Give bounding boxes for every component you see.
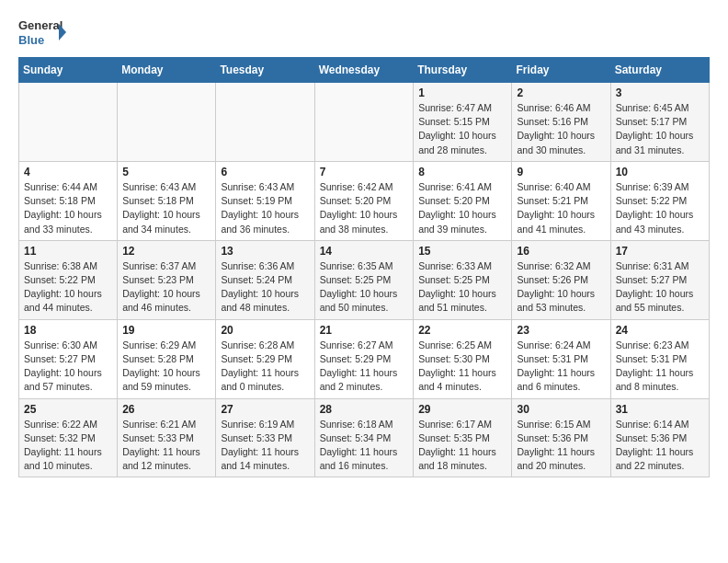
day-info: Sunrise: 6:23 AM Sunset: 5:31 PM Dayligh… (616, 339, 704, 395)
calendar-cell: 13Sunrise: 6:36 AM Sunset: 5:24 PM Dayli… (216, 240, 314, 319)
calendar-cell: 10Sunrise: 6:39 AM Sunset: 5:22 PM Dayli… (610, 161, 709, 240)
calendar-week-2: 4Sunrise: 6:44 AM Sunset: 5:18 PM Daylig… (19, 161, 710, 240)
day-info: Sunrise: 6:17 AM Sunset: 5:35 PM Dayligh… (418, 418, 506, 474)
calendar-week-4: 18Sunrise: 6:30 AM Sunset: 5:27 PM Dayli… (19, 319, 710, 398)
day-number: 21 (320, 324, 409, 337)
calendar-week-1: 1Sunrise: 6:47 AM Sunset: 5:15 PM Daylig… (19, 83, 710, 162)
calendar-cell (216, 83, 314, 162)
calendar-cell: 18Sunrise: 6:30 AM Sunset: 5:27 PM Dayli… (19, 319, 118, 398)
calendar-cell: 3Sunrise: 6:45 AM Sunset: 5:17 PM Daylig… (610, 83, 709, 162)
weekday-header-saturday: Saturday (610, 58, 709, 83)
day-number: 3 (616, 86, 704, 99)
day-number: 18 (24, 324, 112, 337)
day-info: Sunrise: 6:43 AM Sunset: 5:19 PM Dayligh… (221, 180, 309, 236)
day-number: 12 (122, 245, 210, 258)
day-info: Sunrise: 6:38 AM Sunset: 5:22 PM Dayligh… (24, 259, 112, 316)
logo-svg: General Blue (18, 15, 66, 50)
day-number: 20 (221, 324, 309, 337)
calendar-cell: 24Sunrise: 6:23 AM Sunset: 5:31 PM Dayli… (610, 319, 709, 398)
day-number: 25 (24, 403, 112, 416)
day-info: Sunrise: 6:22 AM Sunset: 5:32 PM Dayligh… (24, 418, 112, 474)
calendar-cell: 12Sunrise: 6:37 AM Sunset: 5:23 PM Dayli… (118, 240, 216, 319)
calendar-week-5: 25Sunrise: 6:22 AM Sunset: 5:32 PM Dayli… (19, 398, 710, 477)
day-info: Sunrise: 6:41 AM Sunset: 5:20 PM Dayligh… (418, 180, 506, 236)
calendar-cell: 21Sunrise: 6:27 AM Sunset: 5:29 PM Dayli… (314, 319, 414, 398)
calendar-cell: 8Sunrise: 6:41 AM Sunset: 5:20 PM Daylig… (414, 161, 512, 240)
calendar-cell: 16Sunrise: 6:32 AM Sunset: 5:26 PM Dayli… (512, 240, 610, 319)
day-info: Sunrise: 6:15 AM Sunset: 5:36 PM Dayligh… (517, 418, 605, 474)
day-number: 13 (221, 245, 309, 258)
calendar-cell: 28Sunrise: 6:18 AM Sunset: 5:34 PM Dayli… (314, 398, 414, 477)
calendar-cell: 25Sunrise: 6:22 AM Sunset: 5:32 PM Dayli… (19, 398, 118, 477)
calendar-cell: 4Sunrise: 6:44 AM Sunset: 5:18 PM Daylig… (19, 161, 118, 240)
day-number: 9 (517, 166, 605, 178)
day-number: 30 (517, 403, 605, 416)
day-number: 11 (24, 245, 112, 258)
calendar-cell: 2Sunrise: 6:46 AM Sunset: 5:16 PM Daylig… (512, 83, 610, 162)
day-info: Sunrise: 6:46 AM Sunset: 5:16 PM Dayligh… (517, 101, 605, 157)
day-number: 24 (616, 324, 704, 337)
day-number: 27 (221, 403, 309, 416)
day-info: Sunrise: 6:40 AM Sunset: 5:21 PM Dayligh… (517, 180, 605, 236)
svg-text:General: General (18, 18, 63, 32)
calendar-cell: 5Sunrise: 6:43 AM Sunset: 5:18 PM Daylig… (118, 161, 216, 240)
day-info: Sunrise: 6:31 AM Sunset: 5:27 PM Dayligh… (616, 259, 704, 316)
svg-text:Blue: Blue (18, 33, 44, 47)
calendar-cell: 19Sunrise: 6:29 AM Sunset: 5:28 PM Dayli… (118, 319, 216, 398)
calendar-cell: 22Sunrise: 6:25 AM Sunset: 5:30 PM Dayli… (414, 319, 512, 398)
day-info: Sunrise: 6:29 AM Sunset: 5:28 PM Dayligh… (122, 339, 210, 395)
day-info: Sunrise: 6:28 AM Sunset: 5:29 PM Dayligh… (221, 339, 309, 395)
day-info: Sunrise: 6:14 AM Sunset: 5:36 PM Dayligh… (616, 418, 704, 474)
day-number: 31 (616, 403, 704, 416)
day-number: 28 (320, 403, 409, 416)
calendar-cell: 14Sunrise: 6:35 AM Sunset: 5:25 PM Dayli… (314, 240, 414, 319)
calendar-table: SundayMondayTuesdayWednesdayThursdayFrid… (18, 57, 710, 477)
day-number: 5 (122, 166, 210, 178)
calendar-cell: 6Sunrise: 6:43 AM Sunset: 5:19 PM Daylig… (216, 161, 314, 240)
day-info: Sunrise: 6:32 AM Sunset: 5:26 PM Dayligh… (517, 259, 605, 316)
day-info: Sunrise: 6:30 AM Sunset: 5:27 PM Dayligh… (24, 339, 112, 395)
day-info: Sunrise: 6:37 AM Sunset: 5:23 PM Dayligh… (122, 259, 210, 316)
calendar-cell: 20Sunrise: 6:28 AM Sunset: 5:29 PM Dayli… (216, 319, 314, 398)
day-number: 23 (517, 324, 605, 337)
day-number: 6 (221, 166, 309, 178)
page-header: General Blue (18, 15, 710, 50)
day-number: 22 (418, 324, 506, 337)
day-info: Sunrise: 6:33 AM Sunset: 5:25 PM Dayligh… (418, 259, 506, 316)
day-info: Sunrise: 6:27 AM Sunset: 5:29 PM Dayligh… (320, 339, 409, 395)
calendar-cell (118, 83, 216, 162)
day-info: Sunrise: 6:24 AM Sunset: 5:31 PM Dayligh… (517, 339, 605, 395)
day-number: 15 (418, 245, 506, 258)
day-info: Sunrise: 6:36 AM Sunset: 5:24 PM Dayligh… (221, 259, 309, 316)
day-number: 4 (24, 166, 112, 178)
day-number: 16 (517, 245, 605, 258)
calendar-week-3: 11Sunrise: 6:38 AM Sunset: 5:22 PM Dayli… (19, 240, 710, 319)
calendar-cell (19, 83, 118, 162)
day-number: 8 (418, 166, 506, 178)
calendar-cell: 26Sunrise: 6:21 AM Sunset: 5:33 PM Dayli… (118, 398, 216, 477)
day-number: 14 (320, 245, 409, 258)
calendar-cell: 23Sunrise: 6:24 AM Sunset: 5:31 PM Dayli… (512, 319, 610, 398)
day-number: 29 (418, 403, 506, 416)
calendar-cell: 30Sunrise: 6:15 AM Sunset: 5:36 PM Dayli… (512, 398, 610, 477)
day-info: Sunrise: 6:18 AM Sunset: 5:34 PM Dayligh… (320, 418, 409, 474)
day-info: Sunrise: 6:19 AM Sunset: 5:33 PM Dayligh… (221, 418, 309, 474)
day-info: Sunrise: 6:42 AM Sunset: 5:20 PM Dayligh… (320, 180, 409, 236)
day-number: 17 (616, 245, 704, 258)
calendar-cell: 11Sunrise: 6:38 AM Sunset: 5:22 PM Dayli… (19, 240, 118, 319)
calendar-cell: 9Sunrise: 6:40 AM Sunset: 5:21 PM Daylig… (512, 161, 610, 240)
calendar-cell: 7Sunrise: 6:42 AM Sunset: 5:20 PM Daylig… (314, 161, 414, 240)
day-info: Sunrise: 6:21 AM Sunset: 5:33 PM Dayligh… (122, 418, 210, 474)
calendar-cell: 31Sunrise: 6:14 AM Sunset: 5:36 PM Dayli… (610, 398, 709, 477)
day-info: Sunrise: 6:45 AM Sunset: 5:17 PM Dayligh… (616, 101, 704, 157)
day-number: 26 (122, 403, 210, 416)
day-info: Sunrise: 6:44 AM Sunset: 5:18 PM Dayligh… (24, 180, 112, 236)
day-number: 2 (517, 86, 605, 99)
day-info: Sunrise: 6:39 AM Sunset: 5:22 PM Dayligh… (616, 180, 704, 236)
day-info: Sunrise: 6:43 AM Sunset: 5:18 PM Dayligh… (122, 180, 210, 236)
calendar-cell: 15Sunrise: 6:33 AM Sunset: 5:25 PM Dayli… (414, 240, 512, 319)
weekday-header-monday: Monday (118, 58, 216, 83)
day-info: Sunrise: 6:25 AM Sunset: 5:30 PM Dayligh… (418, 339, 506, 395)
day-info: Sunrise: 6:47 AM Sunset: 5:15 PM Dayligh… (418, 101, 506, 157)
calendar-cell: 27Sunrise: 6:19 AM Sunset: 5:33 PM Dayli… (216, 398, 314, 477)
